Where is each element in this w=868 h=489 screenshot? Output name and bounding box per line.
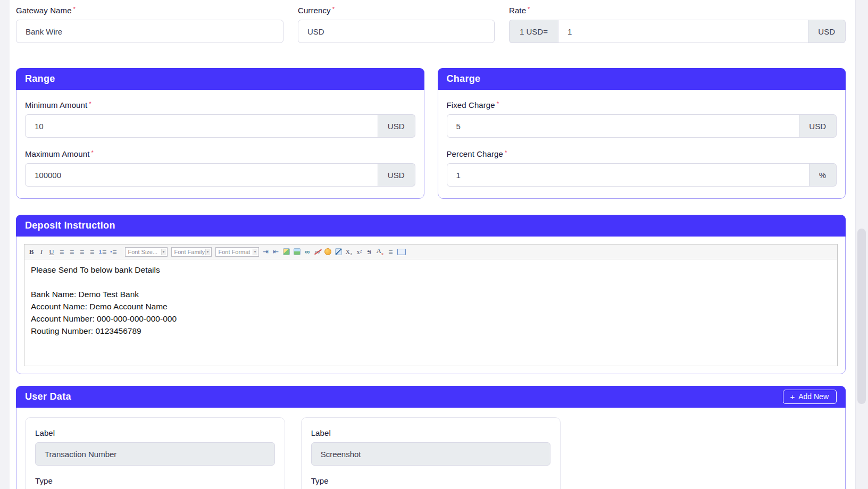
fixed-charge-group: Fixed Charge* USD [447, 100, 837, 138]
percent-charge-group: Percent Charge* % [447, 149, 837, 187]
remove-format-x: x [381, 251, 384, 256]
align-right-icon[interactable]: ≡ [79, 248, 85, 256]
bullet-list-marker: • [110, 249, 112, 255]
editor-line: Account Number: 000-000-000-000-000 [31, 313, 831, 325]
editor-line: Routing Number: 0123456789 [31, 325, 831, 337]
font-family-dropdown[interactable]: Font Family ▾ [171, 247, 212, 257]
minimum-amount-group: Minimum Amount* USD [25, 100, 415, 138]
bold-icon[interactable]: B [28, 248, 35, 255]
font-format-dropdown[interactable]: Font Format ▾ [215, 247, 259, 257]
percent-charge-input-group: % [447, 163, 837, 187]
link-icon[interactable]: ∞ [304, 248, 311, 255]
remove-format-letter: A [376, 247, 381, 255]
fixed-charge-input[interactable] [447, 114, 800, 138]
rate-prefix-addon: 1 USD= [509, 20, 558, 43]
source-icon[interactable] [397, 249, 406, 255]
editor-line: Please Send To below bank Details [31, 264, 831, 276]
align-left-icon[interactable]: ≡ [59, 248, 65, 256]
required-asterisk: * [332, 6, 335, 12]
gateway-name-input[interactable] [16, 20, 283, 43]
deposit-instruction-card-title: Deposit Instruction [25, 220, 115, 231]
italic-icon[interactable]: I [38, 248, 45, 255]
user-data-label-input[interactable] [35, 442, 275, 466]
chevron-down-icon: ▾ [161, 249, 166, 255]
subscript-icon[interactable]: X₂ [346, 249, 353, 255]
superscript-icon[interactable]: x² [356, 249, 362, 255]
remove-format-icon[interactable]: Ax [376, 247, 383, 256]
required-asterisk: * [497, 100, 499, 107]
rich-text-editor: B I U ≡ ≡ ≡ ≡ 1≡ •≡ Font Size... ▾ Font [24, 244, 838, 366]
range-card-body: Minimum Amount* USD Maximum Amount* USD [16, 90, 424, 198]
toolbar-separator [121, 248, 121, 256]
user-data-type-group: Type [35, 476, 275, 489]
fixed-charge-label-text: Fixed Charge [447, 100, 495, 109]
user-data-item-screenshot: Label Type [301, 417, 561, 489]
rate-label: Rate* [509, 6, 846, 15]
align-center-icon[interactable]: ≡ [69, 248, 75, 256]
rate-input-group: 1 USD= USD [509, 20, 846, 43]
required-asterisk: * [73, 6, 76, 12]
range-card: Range Minimum Amount* USD Maximum Amount… [16, 68, 424, 199]
user-data-label-caption: Label [311, 428, 551, 437]
chevron-down-icon: ▾ [253, 249, 257, 255]
strikethrough-icon[interactable]: S [366, 248, 372, 255]
add-new-button[interactable]: + Add New [783, 390, 837, 404]
chevron-down-icon: ▾ [205, 249, 210, 255]
editor-content-area[interactable]: Please Send To below bank Details Bank N… [24, 259, 837, 366]
gateway-name-group: Gateway Name* [16, 6, 283, 43]
user-data-type-caption: Type [311, 476, 551, 485]
range-charge-row: Range Minimum Amount* USD Maximum Amount… [16, 68, 846, 199]
required-asterisk: * [505, 149, 507, 156]
maximum-amount-suffix-addon: USD [378, 163, 415, 187]
editor-toolbar: B I U ≡ ≡ ≡ ≡ 1≡ •≡ Font Size... ▾ Font [24, 244, 837, 259]
user-data-card-body: Label Type Label Type [16, 408, 845, 489]
unlink-icon[interactable]: ∞ [314, 248, 321, 255]
user-data-label-input[interactable] [311, 442, 551, 466]
maximum-amount-input[interactable] [25, 163, 378, 187]
horizontal-rule-icon[interactable]: ≡ [387, 248, 394, 256]
scrollbar-thumb[interactable] [857, 229, 866, 404]
deposit-instruction-card: Deposit Instruction B I U ≡ ≡ ≡ ≡ 1≡ •≡ … [16, 215, 846, 374]
numbered-list-icon[interactable]: 1≡ [99, 248, 106, 256]
user-data-empty-column [577, 417, 837, 489]
minimum-amount-label: Minimum Amount* [25, 100, 415, 109]
indent-icon[interactable]: ⇥ [263, 248, 269, 255]
user-data-type-caption: Type [35, 476, 275, 485]
font-size-dropdown-label: Font Size... [128, 249, 158, 255]
bullet-list-lines: ≡ [112, 248, 116, 256]
maximum-amount-label-text: Maximum Amount [25, 149, 89, 158]
currency-input[interactable] [298, 20, 495, 43]
insert-image-icon[interactable] [283, 248, 290, 255]
bullet-list-icon[interactable]: •≡ [110, 248, 116, 256]
scrollbar[interactable] [855, 0, 868, 489]
rate-input[interactable] [558, 20, 808, 43]
minimum-amount-input[interactable] [25, 114, 378, 138]
font-format-dropdown-label: Font Format [219, 249, 251, 255]
top-field-row: Gateway Name* Currency* Rate* 1 USD= USD [16, 6, 846, 43]
fixed-charge-input-group: USD [447, 114, 837, 138]
minimum-amount-label-text: Minimum Amount [25, 100, 87, 109]
outdent-icon[interactable]: ⇤ [273, 248, 279, 255]
fixed-charge-label: Fixed Charge* [447, 100, 837, 109]
edit-page-icon[interactable] [335, 248, 342, 255]
underline-icon[interactable]: U [48, 248, 55, 255]
gateway-name-label-text: Gateway Name [16, 6, 72, 15]
rate-suffix-addon: USD [808, 20, 846, 43]
font-size-dropdown[interactable]: Font Size... ▾ [125, 247, 168, 257]
user-data-label-caption: Label [35, 428, 275, 437]
user-data-label-group: Label [311, 428, 551, 466]
charge-card-title: Charge [447, 73, 481, 85]
range-card-title: Range [25, 73, 55, 85]
plus-icon: + [790, 393, 795, 401]
numbered-list-marker: 1 [99, 249, 102, 255]
user-data-card: User Data + Add New Label Type [16, 386, 846, 489]
insert-media-icon[interactable] [294, 248, 301, 255]
rate-label-text: Rate [509, 6, 526, 15]
smiley-icon[interactable] [324, 248, 331, 255]
align-justify-icon[interactable]: ≡ [89, 248, 95, 256]
numbered-list-lines: ≡ [102, 248, 106, 256]
maximum-amount-label: Maximum Amount* [25, 149, 415, 158]
required-asterisk: * [528, 6, 530, 12]
percent-charge-input[interactable] [447, 163, 809, 187]
rate-group: Rate* 1 USD= USD [509, 6, 846, 43]
